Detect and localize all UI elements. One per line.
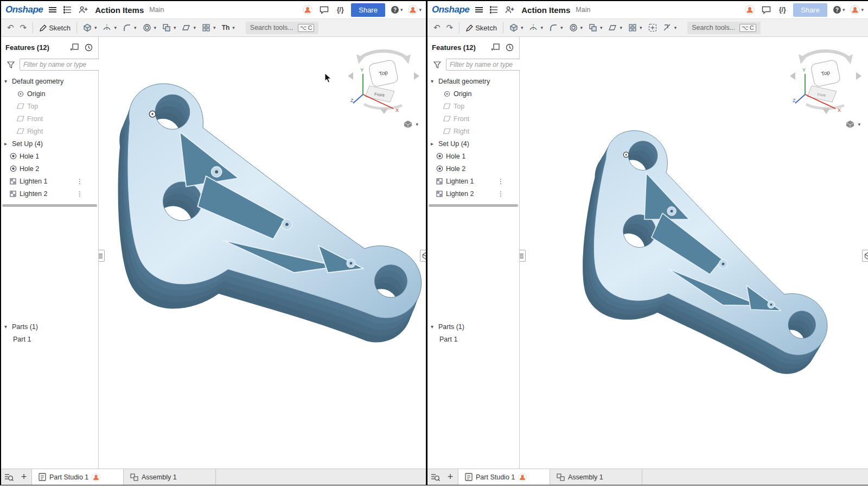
hamburger-menu-icon[interactable] [47, 3, 58, 16]
new-tab-button[interactable]: + [18, 471, 29, 484]
horizontal-scrollbar[interactable] [429, 204, 518, 207]
cube-top-face[interactable]: Top [810, 59, 841, 87]
invite-users-icon[interactable] [504, 3, 515, 16]
redo-button[interactable]: ↷ [444, 21, 456, 34]
parts-group[interactable]: ▾ Parts (1) [1, 320, 98, 333]
view-cube[interactable]: Front Top Y Z X [346, 41, 422, 117]
insert-feature-icon[interactable] [69, 41, 80, 54]
follower-avatar[interactable] [744, 3, 755, 16]
filter-funnel-icon[interactable] [5, 58, 16, 71]
suppress-toggle-icon[interactable]: ⋮ [76, 178, 83, 185]
chevron-right-icon[interactable]: ▸ [431, 141, 438, 147]
extrude-tool-button[interactable]: ▾ [80, 22, 100, 34]
chevron-down-icon[interactable]: ▾ [431, 324, 438, 330]
fillet-tool-button[interactable]: ▾ [120, 22, 139, 34]
feature-top-plane[interactable]: Top [427, 100, 519, 112]
new-tab-button[interactable]: + [445, 471, 456, 484]
feature-hole-1[interactable]: Hole 1 [1, 150, 98, 162]
feature-list-toggle-button[interactable] [520, 250, 526, 262]
part-model[interactable] [105, 76, 426, 351]
workspace-name[interactable]: Main [149, 6, 164, 14]
chevron-down-icon[interactable]: ▾ [4, 324, 12, 330]
view-cube[interactable]: Front Top Y Z X [788, 41, 864, 117]
hamburger-menu-icon[interactable] [474, 3, 484, 16]
versions-icon[interactable] [62, 3, 73, 16]
onshape-logo[interactable]: Onshape [432, 4, 469, 15]
tab-manager-icon[interactable] [3, 471, 14, 484]
feature-hole-1[interactable]: Hole 1 [427, 150, 519, 162]
search-tools-input[interactable]: Search tools... ⌥ C [246, 22, 319, 34]
feature-top-plane[interactable]: Top [1, 100, 98, 112]
help-icon[interactable]: ? ▾ [391, 3, 403, 16]
search-tools-input[interactable]: Search tools... ⌥ C [687, 22, 761, 34]
view-options-cube-icon[interactable]: ▾ [403, 119, 418, 129]
undo-button[interactable]: ↶ [4, 21, 17, 34]
sketch-button[interactable]: Sketch [463, 22, 500, 34]
thicken-tool-button[interactable]: Th ▾ [219, 22, 238, 33]
named-views-button[interactable] [646, 22, 660, 34]
revolve-tool-button[interactable]: ▾ [526, 22, 546, 34]
pattern-tool-button[interactable]: ▾ [626, 22, 645, 34]
parts-panel-toggle-button[interactable] [420, 250, 426, 262]
feature-origin[interactable]: Origin [1, 87, 98, 100]
follower-avatar[interactable] [302, 3, 313, 16]
filter-funnel-icon[interactable] [432, 58, 443, 71]
feature-right-plane[interactable]: Right [427, 125, 519, 137]
insert-feature-icon[interactable] [490, 41, 501, 54]
feature-set-up-group[interactable]: ▸ Set Up (4) [427, 137, 519, 150]
boolean-tool-button[interactable]: ▾ [586, 22, 605, 34]
share-button[interactable]: Share [351, 3, 385, 17]
feature-hole-2[interactable]: Hole 2 [427, 162, 519, 175]
tab-assembly[interactable]: Assembly 1 [124, 469, 216, 485]
suppress-toggle-icon[interactable]: ⋮ [497, 178, 504, 185]
fillet-tool-button[interactable]: ▾ [546, 22, 566, 34]
undo-button[interactable]: ↶ [431, 21, 443, 34]
shell-tool-button[interactable]: ▾ [566, 22, 586, 34]
rollback-history-icon[interactable] [504, 41, 515, 54]
invite-users-icon[interactable] [78, 3, 88, 16]
feature-front-plane[interactable]: Front [427, 112, 519, 125]
feature-hole-2[interactable]: Hole 2 [1, 162, 98, 175]
feature-right-plane[interactable]: Right [1, 125, 98, 137]
parts-panel-toggle-button[interactable] [862, 250, 868, 262]
part-model[interactable] [556, 117, 861, 388]
pattern-tool-button[interactable]: ▾ [199, 22, 219, 34]
tab-assembly[interactable]: Assembly 1 [550, 469, 642, 485]
part-list-item[interactable]: Part 1 [1, 333, 98, 345]
graphics-viewport[interactable]: Front Top Y Z X ▾ [99, 37, 426, 469]
cube-front-face[interactable]: Front [365, 86, 394, 102]
rollback-history-icon[interactable] [83, 41, 94, 54]
cube-top-face[interactable]: Top [368, 59, 399, 87]
feature-origin[interactable]: Origin [427, 87, 519, 100]
featurescript-icon[interactable]: {/} [335, 3, 346, 16]
feature-set-up-group[interactable]: ▸ Set Up (4) [1, 137, 98, 150]
document-title[interactable]: Action Items [95, 5, 144, 15]
horizontal-scrollbar[interactable] [2, 204, 97, 207]
workspace-name[interactable]: Main [576, 6, 590, 14]
tab-part-studio[interactable]: Part Studio 1 [31, 469, 124, 485]
feature-front-plane[interactable]: Front [1, 112, 98, 125]
suppress-toggle-icon[interactable]: ⋮ [76, 190, 83, 198]
plane-tool-button[interactable]: ▾ [180, 22, 199, 34]
parts-group[interactable]: ▾ Parts (1) [427, 320, 519, 333]
sketch-button[interactable]: Sketch [36, 22, 73, 34]
part-list-item[interactable]: Part 1 [427, 333, 519, 345]
featurescript-icon[interactable]: {/} [777, 3, 788, 16]
feature-default-geometry[interactable]: ▾ Default geometry [1, 75, 98, 87]
account-avatar[interactable]: ▾ [850, 3, 864, 16]
onshape-logo[interactable]: Onshape [5, 4, 43, 15]
comments-icon[interactable] [318, 3, 329, 16]
revolve-tool-button[interactable]: ▾ [100, 22, 119, 34]
boolean-tool-button[interactable]: ▾ [159, 22, 179, 34]
feature-lighten-2[interactable]: Lighten 2 ⋮ [1, 187, 98, 200]
feature-default-geometry[interactable]: ▾ Default geometry [427, 75, 519, 87]
graphics-viewport[interactable]: Front Top Y Z X ▾ [520, 37, 868, 469]
plane-tool-button[interactable]: ▾ [606, 22, 626, 34]
feature-lighten-2[interactable]: Lighten 2 ⋮ [427, 187, 519, 200]
feature-list-toggle-button[interactable] [99, 250, 105, 262]
section-view-button[interactable]: ▾ [660, 22, 680, 34]
shell-tool-button[interactable]: ▾ [140, 22, 159, 34]
cube-front-face[interactable]: Front [807, 86, 837, 102]
versions-icon[interactable] [489, 3, 500, 16]
feature-lighten-1[interactable]: Lighten 1 ⋮ [427, 175, 519, 187]
